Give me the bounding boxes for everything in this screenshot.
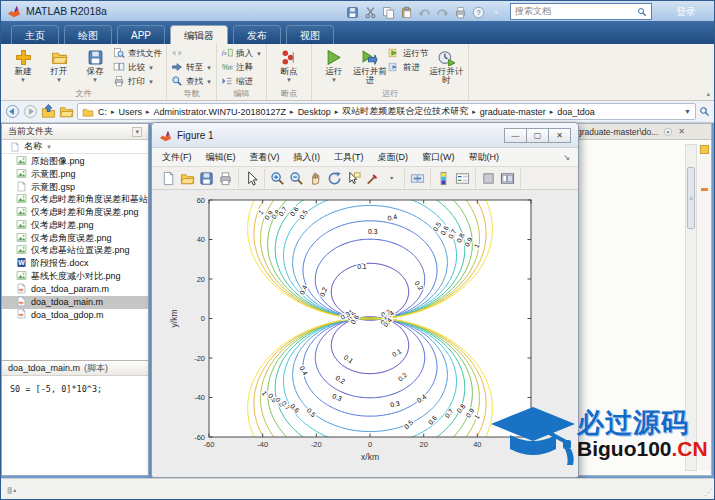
breadcrumb-segment[interactable]: C: <box>98 107 107 117</box>
zoom-in-icon[interactable] <box>269 170 286 187</box>
brush-icon[interactable] <box>364 170 381 187</box>
ribbon-button-nav-arrows[interactable] <box>171 47 212 60</box>
minimize-button[interactable]: — <box>504 128 527 143</box>
legend-icon[interactable] <box>454 170 471 187</box>
pointer-icon[interactable] <box>243 170 260 187</box>
ribbon-button-运行节[interactable]: 运行节 <box>388 47 429 60</box>
file-row[interactable]: 原始图像.png <box>2 155 148 168</box>
editor-warning-marker[interactable] <box>701 188 708 191</box>
login-button[interactable]: 登录 <box>668 3 704 20</box>
panel-menu-icon[interactable]: ▾ <box>132 127 142 137</box>
ribbon-button-查找[interactable]: 查找▼ <box>171 75 212 88</box>
status-widget-icon[interactable]: |||| <box>7 485 11 494</box>
breadcrumb-segment[interactable]: 双站时差频差联合定位技术研究 <box>342 105 468 118</box>
maximize-button[interactable]: ▢ <box>526 128 549 143</box>
open-folder-icon[interactable] <box>179 170 196 187</box>
plottools-off-icon[interactable] <box>480 170 497 187</box>
doc-search-box[interactable]: 搜索文档 <box>510 3 652 20</box>
new-doc-icon[interactable] <box>160 170 177 187</box>
file-row[interactable]: doa_tdoa_gdop.m <box>2 309 148 322</box>
breadcrumb-segment[interactable]: graduate-master <box>480 107 546 117</box>
figure-menu-编辑(E)[interactable]: 编辑(E) <box>199 151 243 164</box>
folder-up-icon[interactable] <box>41 104 56 119</box>
ribbon-button-运行并前进[interactable]: 运行并前进 <box>352 46 388 85</box>
ribbon-button-打印[interactable]: 打印▼ <box>113 75 162 88</box>
help-icon[interactable]: ? <box>471 5 486 20</box>
tab-发布[interactable]: 发布 <box>233 25 281 44</box>
breadcrumb-segment[interactable]: Desktop <box>298 107 331 117</box>
file-list-column-header[interactable]: 名称 ▼ <box>2 140 148 154</box>
paste-icon[interactable] <box>399 5 414 20</box>
zoom-out-icon[interactable] <box>288 170 305 187</box>
pan-icon[interactable] <box>307 170 324 187</box>
file-row[interactable]: 仅考虑时差和角度误差和基站 <box>2 193 148 206</box>
ribbon-button-打开[interactable]: 打开▼ <box>41 46 77 85</box>
ribbon-button-新建[interactable]: 新建▼ <box>5 46 41 85</box>
plottools-on-icon[interactable] <box>499 170 516 187</box>
breadcrumb-segment[interactable]: Administrator.WIN7U-20180127Z <box>154 107 287 117</box>
figure-titlebar[interactable]: Figure 1 — ▢ ✕ <box>152 123 578 148</box>
back-icon[interactable] <box>5 104 20 119</box>
save-fig-icon[interactable] <box>198 170 215 187</box>
file-row[interactable]: 仅考虑时差和角度误差.png <box>2 206 148 219</box>
dropdown-arrow-icon[interactable]: ▼ <box>148 65 154 71</box>
tab-主页[interactable]: 主页 <box>11 25 59 44</box>
file-row[interactable]: doa_tdoa_main.m <box>2 296 148 309</box>
ribbon-button-运行并计时[interactable]: 运行并计时 <box>428 46 464 85</box>
resize-grip[interactable]: ⋰ <box>704 488 712 497</box>
link-plots-icon[interactable] <box>409 170 426 187</box>
dropdown-arrow-icon[interactable]: ▼ <box>56 76 62 85</box>
editor-message-indicator[interactable] <box>700 145 709 154</box>
rotate3d-icon[interactable] <box>326 170 343 187</box>
dropdown-arrow-icon[interactable]: ▼ <box>148 79 154 85</box>
ribbon-button-缩进[interactable]: 缩进 <box>221 75 262 88</box>
dropdown-arrow-icon[interactable]: ▼ <box>331 76 337 85</box>
copy-icon[interactable] <box>381 5 396 20</box>
file-row[interactable]: W阶段报告.docx <box>2 257 148 270</box>
figure-menu-桌面(D)[interactable]: 桌面(D) <box>371 151 416 164</box>
dropdown-arrow-icon[interactable]: ▼ <box>206 65 212 71</box>
ribbon-button-转至[interactable]: 转至▼ <box>171 61 212 74</box>
figure-menu-窗口(W)[interactable]: 窗口(W) <box>415 151 462 164</box>
ribbon-button-查找文件[interactable]: 查找文件 <box>113 47 162 60</box>
file-row[interactable]: 仅考虑角度误差.png <box>2 232 148 245</box>
ribbon-button-断点[interactable]: 断点▼ <box>271 46 307 85</box>
dropdown-arrow-icon[interactable]: ▼ <box>286 76 292 85</box>
file-row[interactable]: 示意图.png <box>2 168 148 181</box>
forward-icon[interactable] <box>23 104 38 119</box>
editor-scrollbar-thumb[interactable]: ≡ <box>687 167 695 229</box>
close-button[interactable]: ✕ <box>548 128 571 143</box>
datacursor-icon[interactable] <box>345 170 362 187</box>
file-row[interactable]: 仅考虑时差.png <box>2 219 148 232</box>
figure-menu-插入(I)[interactable]: 插入(I) <box>287 151 328 164</box>
figure-menu-工具(T)[interactable]: 工具(T) <box>327 151 371 164</box>
figure-menu-查看(V)[interactable]: 查看(V) <box>243 151 287 164</box>
file-row[interactable]: 示意图.gsp <box>2 181 148 194</box>
ribbon-button-比较[interactable]: 比较▼ <box>113 61 162 74</box>
dropdown-arrow-icon[interactable]: ▼ <box>206 79 212 85</box>
mini-dd-icon[interactable] <box>383 170 400 187</box>
ribbon-button-前进[interactable]: 前进 <box>388 61 429 74</box>
file-row[interactable]: doa_tdoa_param.m <box>2 283 148 296</box>
editor-tab-close-icon[interactable]: ✕ <box>678 127 685 136</box>
undo-icon[interactable] <box>417 5 432 20</box>
colorbar-icon[interactable] <box>435 170 452 187</box>
name-column-header[interactable]: 名称 <box>24 140 42 153</box>
save-icon[interactable] <box>345 5 360 20</box>
dropdown-icon[interactable] <box>489 5 504 20</box>
breadcrumb-segment[interactable]: doa_tdoa <box>557 107 595 117</box>
figure-menu-文件(F)[interactable]: 文件(F) <box>155 151 199 164</box>
dock-figure-icon[interactable]: ↘ <box>563 153 575 162</box>
browse-folder-icon[interactable] <box>59 104 74 119</box>
status-widget-arrow-icon[interactable]: ▴ <box>13 486 16 493</box>
tab-绘图[interactable]: 绘图 <box>64 25 112 44</box>
dropdown-arrow-icon[interactable]: ▼ <box>256 51 262 57</box>
address-dropdown-icon[interactable]: ▼ <box>684 108 691 115</box>
ribbon-button-注释[interactable]: %✻注释 <box>221 61 262 74</box>
print-fig-icon[interactable] <box>217 170 234 187</box>
editor-tab[interactable]: \graduate-master\do... ✕ <box>575 127 685 137</box>
print-icon[interactable] <box>453 5 468 20</box>
breadcrumb-segment[interactable]: Users <box>119 107 143 117</box>
address-input[interactable]: C:▸Users▸Administrator.WIN7U-20180127Z▸D… <box>77 103 696 120</box>
figure-menu-帮助(H)[interactable]: 帮助(H) <box>462 151 507 164</box>
